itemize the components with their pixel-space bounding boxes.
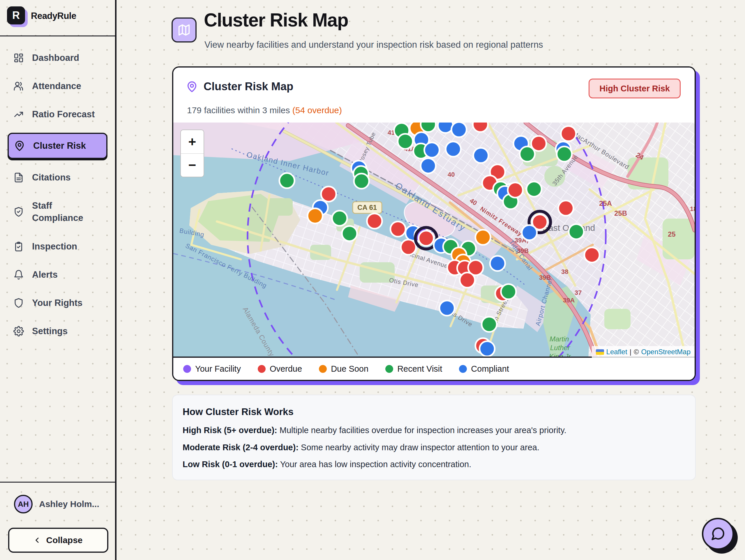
- facility-marker-overdue[interactable]: [508, 182, 523, 198]
- sidebar-item-ratio-forecast[interactable]: Ratio Forecast: [0, 100, 115, 128]
- app-logo[interactable]: R ReadyRule: [7, 6, 76, 26]
- facility-marker-compliant[interactable]: [438, 123, 453, 133]
- facility-marker-recent[interactable]: [501, 284, 516, 299]
- facility-marker-overdue[interactable]: [473, 123, 488, 132]
- legend-item-recent: Recent Visit: [385, 364, 442, 374]
- sidebar-item-attendance[interactable]: Attendance: [0, 72, 115, 100]
- page-title: Cluster Risk Map: [204, 9, 348, 31]
- sidebar-item-citations[interactable]: Citations: [0, 163, 115, 191]
- leaflet-link[interactable]: Leaflet: [606, 348, 627, 356]
- ukraine-flag-icon: [596, 349, 604, 355]
- map-shield-label: CA 61: [353, 202, 382, 213]
- facility-marker-recent[interactable]: [569, 224, 584, 239]
- facility-marker-recent[interactable]: [332, 211, 347, 226]
- card-header: Cluster Risk Map High Cluster Risk 179 f…: [173, 68, 694, 123]
- collapse-button[interactable]: Collapse: [8, 528, 108, 553]
- facility-marker-recent[interactable]: [482, 317, 497, 332]
- facility-marker-compliant[interactable]: [424, 143, 440, 158]
- map-legend: Your FacilityOverdueDue SoonRecent Visit…: [173, 356, 694, 380]
- facility-marker-compliant[interactable]: [421, 158, 436, 173]
- copyright-symbol: ©: [634, 348, 639, 356]
- sidebar-item-cluster-risk-active[interactable]: Cluster Risk: [7, 133, 107, 159]
- sidebar-item-alerts[interactable]: Alerts: [0, 260, 115, 289]
- sidebar-item-your-rights[interactable]: Your Rights: [0, 289, 115, 317]
- facility-marker-overdue[interactable]: [460, 273, 475, 287]
- sidebar-item-inspection[interactable]: Inspection: [0, 232, 115, 260]
- facility-marker-recent[interactable]: [520, 146, 535, 162]
- collapse-label: Collapse: [46, 535, 83, 545]
- facility-marker-compliant[interactable]: [473, 148, 488, 163]
- map-label: 18: [690, 205, 694, 212]
- facility-marker-compliant[interactable]: [451, 123, 466, 137]
- legend-dot-overdue: [258, 365, 266, 373]
- facility-marker-overdue[interactable]: [367, 214, 382, 229]
- sidebar-item-label: Inspection: [32, 240, 77, 253]
- app-name: ReadyRule: [31, 11, 76, 21]
- legend-item-due: Due Soon: [319, 364, 368, 374]
- sidebar-item-label: Citations: [32, 171, 71, 184]
- facility-marker-recent[interactable]: [342, 226, 357, 241]
- sidebar-bottom-divider: [0, 482, 115, 483]
- trending-up-icon: [13, 109, 24, 119]
- facility-marker-recent[interactable]: [398, 134, 413, 149]
- map-label: 40: [448, 171, 455, 178]
- map[interactable]: Oakland Inner HarborOakland EstuaryTidal…: [173, 123, 694, 358]
- chevron-left-icon: [34, 536, 41, 544]
- bell-icon: [13, 270, 24, 280]
- risk-badge: High Cluster Risk: [589, 79, 681, 98]
- facility-marker-due[interactable]: [475, 230, 490, 245]
- facility-marker-overdue[interactable]: [558, 201, 574, 216]
- legend-label: Your Facility: [195, 364, 241, 374]
- shield-check-icon: [13, 207, 24, 217]
- zoom-in-button[interactable]: +: [181, 130, 203, 154]
- how-it-works-box: How Cluster Risk Works High Risk (5+ ove…: [172, 395, 696, 480]
- facility-marker-recent[interactable]: [279, 173, 294, 188]
- sidebar-nav: Dashboard Attendance Ratio Forecast Clus…: [0, 44, 115, 345]
- page-map-icon: [171, 18, 197, 42]
- legend-dot-compliant: [459, 365, 467, 373]
- facility-marker-compliant[interactable]: [522, 225, 537, 240]
- users-icon: [13, 81, 24, 92]
- info-row-high: High Risk (5+ overdue): Multiple nearby …: [183, 425, 566, 435]
- facility-marker-overdue[interactable]: [401, 240, 416, 255]
- sidebar-item-dashboard[interactable]: Dashboard: [0, 44, 115, 72]
- sidebar-item-label: Alerts: [32, 269, 58, 281]
- facility-marker-recent[interactable]: [354, 173, 369, 188]
- map-label: 25: [668, 230, 676, 238]
- facility-marker-compliant[interactable]: [446, 141, 461, 156]
- user-profile[interactable]: AH Ashley Holm...: [14, 495, 99, 514]
- legend-label: Compliant: [471, 364, 509, 374]
- zoom-out-button[interactable]: −: [181, 154, 203, 177]
- file-text-icon: [13, 172, 24, 183]
- facility-marker-recent[interactable]: [421, 123, 436, 132]
- sidebar-item-settings[interactable]: Settings: [0, 317, 115, 345]
- legend-label: Due Soon: [331, 364, 368, 374]
- sidebar-item-cluster-risk[interactable]: Cluster Risk: [0, 128, 115, 163]
- chat-bubble-icon: [710, 526, 725, 541]
- gear-icon: [13, 326, 24, 337]
- facility-marker-compliant[interactable]: [480, 341, 495, 356]
- sidebar-item-label: Staff Compliance: [32, 200, 96, 224]
- facilities-summary: 179 facilities within 3 miles (54 overdu…: [187, 105, 342, 115]
- osm-link[interactable]: OpenStreetMap: [641, 348, 690, 356]
- legend-label: Overdue: [270, 364, 302, 374]
- facility-marker-recent[interactable]: [526, 182, 542, 197]
- facility-marker-recent[interactable]: [557, 146, 572, 162]
- info-row-moderate: Moderate Risk (2-4 overdue): Some nearby…: [183, 443, 539, 452]
- legend-dot-due: [319, 365, 327, 373]
- facility-marker-compliant[interactable]: [490, 256, 505, 271]
- card-title: Cluster Risk Map: [203, 80, 293, 93]
- facility-marker-overdue[interactable]: [321, 186, 336, 202]
- facility-marker-due[interactable]: [307, 208, 323, 223]
- sidebar-item-label: Dashboard: [32, 52, 79, 64]
- chat-button[interactable]: [702, 518, 734, 550]
- sidebar-item-staff-compliance[interactable]: Staff Compliance: [0, 191, 115, 232]
- map-label: 37: [575, 289, 582, 296]
- facility-marker-overdue[interactable]: [561, 126, 576, 141]
- legend-item-overdue: Overdue: [258, 364, 302, 374]
- facility-marker-overdue[interactable]: [390, 221, 406, 237]
- facility-marker-overdue[interactable]: [584, 247, 600, 262]
- facility-marker-compliant[interactable]: [440, 301, 455, 316]
- map-label: 39B: [517, 247, 528, 254]
- info-row-low: Low Risk (0-1 overdue): Your area has lo…: [183, 460, 471, 469]
